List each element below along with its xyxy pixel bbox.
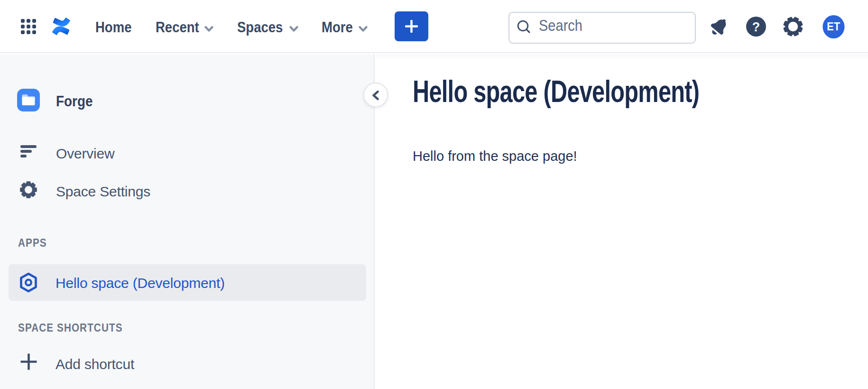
svg-text:?: ? — [752, 20, 760, 34]
